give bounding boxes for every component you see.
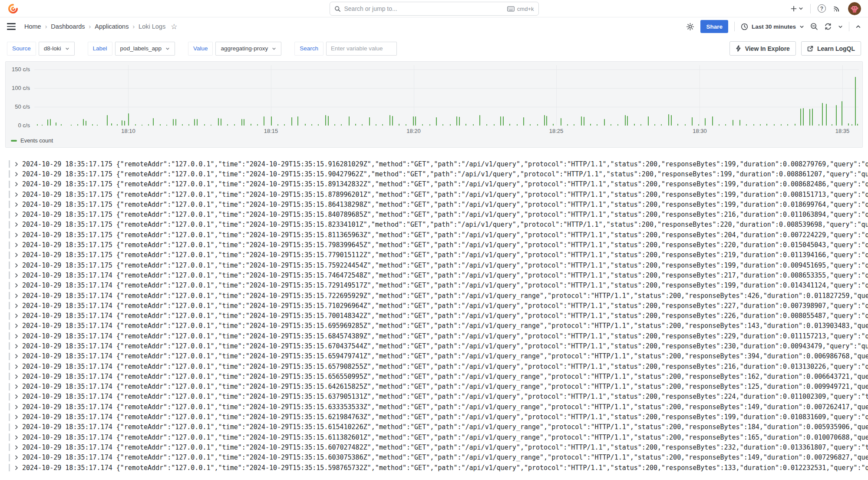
- log-row[interactable]: 2024-10-29 18:35:17.174 {"remoteAddr":"1…: [9, 371, 868, 381]
- expand-log-icon[interactable]: [14, 313, 19, 318]
- log-row[interactable]: 2024-10-29 18:35:17.174 {"remoteAddr":"1…: [9, 402, 868, 412]
- log-level-strip: [9, 282, 10, 289]
- expand-log-icon[interactable]: [14, 424, 19, 430]
- news-button[interactable]: [833, 4, 841, 13]
- log-row[interactable]: 2024-10-29 18:35:17.174 {"remoteAddr":"1…: [9, 291, 868, 301]
- expand-log-icon[interactable]: [14, 334, 19, 339]
- expand-log-icon[interactable]: [14, 273, 19, 278]
- expand-log-icon[interactable]: [14, 455, 19, 460]
- expand-log-icon[interactable]: [14, 303, 19, 308]
- log-row[interactable]: 2024-10-29 18:35:17.174 {"remoteAddr":"1…: [9, 412, 868, 422]
- new-dropdown-button[interactable]: [790, 5, 803, 12]
- breadcrumb-dashboards[interactable]: Dashboards: [51, 23, 85, 30]
- expand-log-icon[interactable]: [14, 293, 19, 298]
- chart-bar: [413, 116, 414, 126]
- log-row[interactable]: 2024-10-29 18:35:17.174 {"remoteAddr":"1…: [9, 270, 868, 280]
- expand-log-icon[interactable]: [14, 242, 19, 248]
- expand-log-icon[interactable]: [14, 162, 19, 167]
- favorite-star-icon[interactable]: ☆: [171, 22, 177, 31]
- search-box[interactable]: cmd+k: [330, 2, 539, 16]
- expand-log-icon[interactable]: [14, 323, 19, 328]
- share-button[interactable]: Share: [700, 20, 728, 33]
- log-row[interactable]: 2024-10-29 18:35:17.174 {"remoteAddr":"1…: [9, 361, 868, 371]
- log-row[interactable]: 2024-10-29 18:35:17.175 {"remoteAddr":"1…: [9, 199, 868, 209]
- log-row[interactable]: 2024-10-29 18:35:17.175 {"remoteAddr":"1…: [9, 209, 868, 219]
- variable-value-picker[interactable]: aggregating-proxy: [215, 42, 281, 56]
- breadcrumb-home[interactable]: Home: [24, 23, 41, 30]
- expand-log-icon[interactable]: [14, 202, 19, 207]
- expand-log-icon[interactable]: [14, 404, 19, 410]
- log-row[interactable]: 2024-10-29 18:35:17.174 {"remoteAddr":"1…: [9, 351, 868, 361]
- chart-bar: [584, 117, 584, 126]
- log-row[interactable]: 2024-10-29 18:35:17.175 {"remoteAddr":"1…: [9, 260, 868, 270]
- log-row[interactable]: 2024-10-29 18:35:17.174 {"remoteAddr":"1…: [9, 311, 868, 321]
- log-row[interactable]: 2024-10-29 18:35:17.174 {"remoteAddr":"1…: [9, 331, 868, 341]
- log-row[interactable]: 2024-10-29 18:35:17.175 {"remoteAddr":"1…: [9, 169, 868, 179]
- expand-log-icon[interactable]: [14, 445, 19, 450]
- log-row[interactable]: 2024-10-29 18:35:17.175 {"remoteAddr":"1…: [9, 159, 868, 169]
- learn-logql-button[interactable]: Learn LogQL: [801, 41, 861, 56]
- log-line-text: 2024-10-29 18:35:17.174 {"remoteAddr":"1…: [22, 373, 868, 381]
- expand-log-icon[interactable]: [14, 283, 19, 288]
- expand-log-icon[interactable]: [14, 263, 19, 268]
- help-button[interactable]: ?: [818, 4, 826, 13]
- expand-log-icon[interactable]: [14, 192, 19, 197]
- expand-log-icon[interactable]: [14, 374, 19, 379]
- legend-label[interactable]: Events count: [20, 137, 53, 144]
- log-row[interactable]: 2024-10-29 18:35:17.174 {"remoteAddr":"1…: [9, 392, 868, 402]
- chart-bar: [415, 116, 416, 126]
- log-row[interactable]: 2024-10-29 18:35:17.174 {"remoteAddr":"1…: [9, 382, 868, 392]
- expand-log-icon[interactable]: [14, 364, 19, 369]
- log-row[interactable]: 2024-10-29 18:35:17.175 {"remoteAddr":"1…: [9, 189, 868, 199]
- log-row[interactable]: 2024-10-29 18:35:17.174 {"remoteAddr":"1…: [9, 321, 868, 331]
- breadcrumb-applications[interactable]: Applications: [95, 23, 129, 30]
- log-level-strip: [9, 332, 10, 340]
- events-count-chart[interactable]: [34, 65, 859, 126]
- zoom-out-button[interactable]: [810, 23, 818, 30]
- view-in-explore-button[interactable]: View In Explore: [729, 41, 796, 56]
- log-row[interactable]: 2024-10-29 18:35:17.174 {"remoteAddr":"1…: [9, 301, 868, 311]
- log-line-text: 2024-10-29 18:35:17.175 {"remoteAddr":"1…: [22, 221, 868, 228]
- expand-log-icon[interactable]: [14, 344, 19, 349]
- expand-log-icon[interactable]: [14, 435, 19, 440]
- log-row[interactable]: 2024-10-29 18:35:17.174 {"remoteAddr":"1…: [9, 422, 868, 432]
- expand-log-icon[interactable]: [14, 172, 19, 177]
- log-row[interactable]: 2024-10-29 18:35:17.175 {"remoteAddr":"1…: [9, 179, 868, 189]
- grafana-logo-icon[interactable]: [7, 3, 19, 14]
- log-row[interactable]: 2024-10-29 18:35:17.174 {"remoteAddr":"1…: [9, 463, 868, 473]
- expand-log-icon[interactable]: [14, 182, 19, 187]
- log-row[interactable]: 2024-10-29 18:35:17.174 {"remoteAddr":"1…: [9, 281, 868, 291]
- search-icon: [334, 6, 341, 12]
- expand-log-icon[interactable]: [14, 384, 19, 389]
- variable-value: pod_labels_app: [120, 45, 162, 52]
- collapse-controls-button[interactable]: [855, 24, 861, 30]
- expand-log-icon[interactable]: [14, 465, 19, 470]
- log-row[interactable]: 2024-10-29 18:35:17.174 {"remoteAddr":"1…: [9, 432, 868, 442]
- variable-label-picker[interactable]: pod_labels_app: [115, 42, 175, 56]
- user-avatar[interactable]: [848, 2, 861, 15]
- refresh-button[interactable]: [824, 23, 832, 30]
- log-row[interactable]: 2024-10-29 18:35:17.175 {"remoteAddr":"1…: [9, 230, 868, 240]
- dashboard-settings-button[interactable]: [686, 23, 694, 31]
- log-row[interactable]: 2024-10-29 18:35:17.175 {"remoteAddr":"1…: [9, 250, 868, 260]
- log-row[interactable]: 2024-10-29 18:35:17.174 {"remoteAddr":"1…: [9, 453, 868, 463]
- refresh-interval-dropdown[interactable]: [838, 24, 843, 29]
- chart-bar: [221, 119, 221, 126]
- variable-source-picker[interactable]: d8-loki: [39, 42, 75, 56]
- expand-log-icon[interactable]: [14, 414, 19, 420]
- expand-log-icon[interactable]: [14, 354, 19, 359]
- log-row[interactable]: 2024-10-29 18:35:17.174 {"remoteAddr":"1…: [9, 442, 868, 452]
- expand-log-icon[interactable]: [14, 394, 19, 399]
- log-row[interactable]: 2024-10-29 18:35:17.175 {"remoteAddr":"1…: [9, 240, 868, 250]
- chevron-down-icon: [272, 46, 276, 51]
- log-row[interactable]: 2024-10-29 18:35:17.174 {"remoteAddr":"1…: [9, 341, 868, 351]
- expand-log-icon[interactable]: [14, 252, 19, 258]
- menu-toggle-button[interactable]: [7, 23, 16, 30]
- expand-log-icon[interactable]: [14, 222, 19, 227]
- variable-search-input[interactable]: [326, 42, 397, 56]
- expand-log-icon[interactable]: [14, 212, 19, 217]
- expand-log-icon[interactable]: [14, 232, 19, 238]
- time-range-picker[interactable]: Last 30 minutes: [741, 23, 804, 30]
- search-input[interactable]: [344, 5, 504, 12]
- log-row[interactable]: 2024-10-29 18:35:17.175 {"remoteAddr":"1…: [9, 220, 868, 230]
